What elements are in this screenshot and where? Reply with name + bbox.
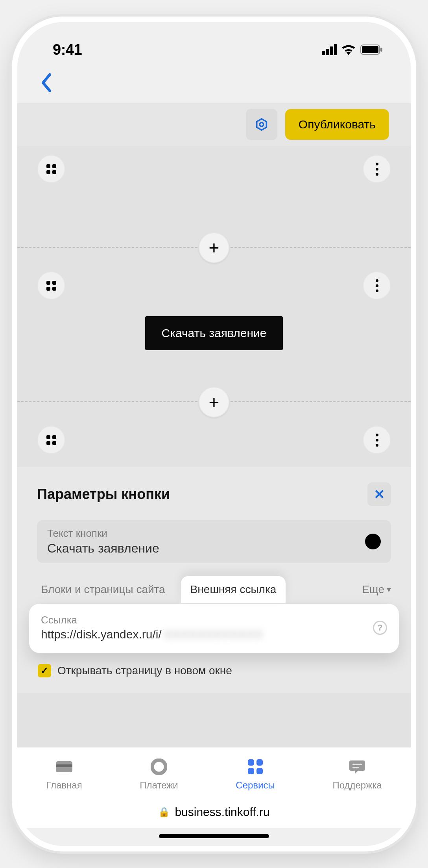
svg-rect-11 (352, 764, 362, 765)
svg-rect-8 (256, 759, 263, 766)
home-indicator[interactable] (159, 834, 269, 838)
status-time: 9:41 (53, 41, 82, 58)
field-label: Текст кнопки (47, 527, 159, 540)
field-value: Скачать заявление (47, 541, 159, 556)
svg-rect-12 (352, 767, 359, 768)
editor-block: Скачать заявление (17, 263, 411, 401)
grip-icon (46, 281, 56, 291)
svg-point-3 (260, 122, 264, 126)
close-icon: ✕ (374, 486, 385, 502)
more-vertical-icon (376, 279, 378, 292)
tab-more-label: Еще (362, 583, 384, 596)
tab-site-blocks[interactable]: Блоки и страницы сайта (37, 576, 169, 603)
block-more-button[interactable] (363, 426, 391, 454)
nav-label: Поддержка (332, 780, 382, 791)
button-text-field[interactable]: Текст кнопки Скачать заявление (37, 520, 391, 563)
open-new-window-checkbox[interactable]: ✓ Открывать страницу в новом окне (37, 664, 391, 677)
chevron-down-icon: ▾ (387, 584, 391, 595)
gear-icon (254, 117, 269, 132)
chat-icon (348, 758, 366, 776)
card-icon (55, 758, 73, 776)
link-type-tabs: Блоки и страницы сайта Внешняя ссылка Ещ… (37, 576, 391, 603)
back-chevron-icon[interactable] (41, 73, 52, 96)
url-text: business.tinkoff.ru (175, 805, 269, 819)
help-icon[interactable]: ? (373, 621, 387, 635)
nav-label: Платежи (140, 780, 178, 791)
link-field-value: https://disk.yandex.ru/i/ (41, 628, 162, 641)
status-icons (322, 44, 383, 55)
nav-label: Главная (46, 780, 82, 791)
signal-icon (322, 44, 337, 55)
battery-icon (360, 44, 383, 55)
link-obscured-part: XXXXXXXXXXXX (164, 628, 263, 641)
svg-point-6 (152, 760, 166, 773)
wifi-icon (341, 44, 356, 55)
nav-services[interactable]: Сервисы (236, 758, 275, 791)
nav-payments[interactable]: Платежи (140, 758, 178, 791)
nav-back-row (17, 65, 411, 103)
nav-label: Сервисы (236, 780, 275, 791)
editor-toolbar: Опубликовать (17, 103, 411, 146)
editor-block (17, 417, 411, 467)
drag-handle[interactable] (37, 426, 65, 454)
svg-rect-10 (256, 768, 263, 774)
add-block-button[interactable]: + (199, 387, 229, 417)
download-button-preview[interactable]: Скачать заявление (145, 316, 283, 350)
svg-rect-2 (380, 48, 382, 52)
grip-icon (46, 164, 56, 174)
add-block-button[interactable]: + (199, 232, 229, 263)
grip-icon (46, 435, 56, 445)
drag-handle[interactable] (37, 155, 65, 183)
svg-rect-5 (56, 764, 72, 767)
nav-support[interactable]: Поддержка (332, 758, 382, 791)
tab-external-link[interactable]: Внешняя ссылка (181, 576, 286, 603)
svg-rect-1 (362, 46, 378, 53)
checkbox-checked-icon: ✓ (38, 664, 51, 677)
block-more-button[interactable] (363, 155, 391, 183)
editor-canvas: + Скачать заявление + (17, 146, 411, 747)
publish-button[interactable]: Опубликовать (285, 109, 389, 140)
button-params-panel: Параметры кнопки ✕ Текст кнопки Скачать … (17, 467, 411, 693)
svg-rect-9 (248, 768, 254, 774)
link-field-label: Ссылка (41, 614, 373, 626)
browser-url-bar[interactable]: 🔒 business.tinkoff.ru (17, 796, 411, 828)
circle-icon (150, 758, 168, 776)
panel-title: Параметры кнопки (37, 486, 170, 503)
block-more-button[interactable] (363, 271, 391, 300)
nav-home[interactable]: Главная (46, 758, 82, 791)
button-color-swatch[interactable] (365, 534, 381, 549)
editor-block (17, 146, 411, 247)
more-vertical-icon (376, 434, 378, 447)
bottom-nav: Главная Платежи Сервисы (17, 747, 411, 796)
svg-rect-7 (248, 759, 254, 766)
lock-icon: 🔒 (158, 807, 170, 818)
settings-button[interactable] (246, 109, 277, 140)
tab-more[interactable]: Еще ▾ (362, 583, 391, 596)
status-bar: 9:41 (17, 22, 411, 65)
panel-close-button[interactable]: ✕ (367, 482, 391, 506)
grid-icon (246, 758, 264, 776)
drag-handle[interactable] (37, 271, 65, 300)
more-vertical-icon (376, 163, 378, 176)
checkbox-label: Открывать страницу в новом окне (57, 664, 232, 677)
external-link-field[interactable]: Ссылка https://disk.yandex.ru/i/ XXXXXXX… (29, 604, 399, 653)
